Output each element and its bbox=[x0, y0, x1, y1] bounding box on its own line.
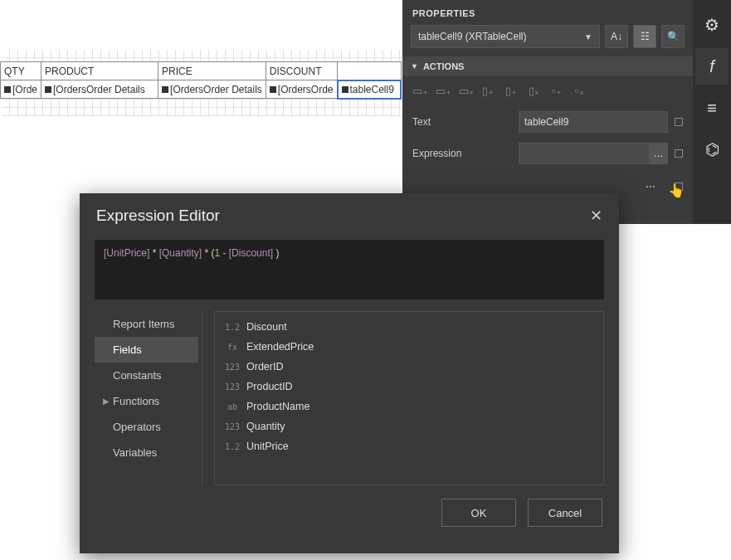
insert-col-right-icon[interactable]: ▯₊ bbox=[505, 85, 519, 98]
expressions-tab-icon[interactable]: f bbox=[695, 48, 729, 85]
cell-discount[interactable]: [OrdersOrde bbox=[266, 80, 337, 99]
cell-tablecell9-selected[interactable]: tableCell9 bbox=[338, 80, 402, 99]
field-item[interactable]: 123OrderID bbox=[215, 357, 603, 377]
fields-list: 1.2DiscountfxExtendedPrice123OrderID123P… bbox=[214, 311, 604, 485]
cancel-button[interactable]: Cancel bbox=[528, 499, 602, 527]
expression-marker[interactable] bbox=[675, 149, 683, 158]
expression-editor-dialog: Expression Editor ✕ [UnitPrice] * [Quant… bbox=[80, 193, 619, 553]
insert-cell-icon[interactable]: ▫₊ bbox=[552, 85, 565, 98]
text-marker[interactable] bbox=[675, 118, 683, 126]
field-item[interactable]: 1.2Discount bbox=[215, 317, 603, 337]
text-property-input[interactable]: tableCell9 bbox=[519, 111, 668, 133]
category-item[interactable]: Variables bbox=[95, 440, 198, 465]
insert-row-below-icon[interactable]: ▭₊ bbox=[436, 85, 449, 98]
delete-row-icon[interactable]: ▭ₓ bbox=[459, 85, 472, 98]
more-marker[interactable] bbox=[675, 183, 683, 191]
properties-panel: PROPERTIES tableCell9 (XRTableCell) ▼ A↓… bbox=[402, 0, 693, 224]
object-selector[interactable]: tableCell9 (XRTableCell) ▼ bbox=[411, 25, 600, 48]
expression-textarea[interactable]: [UnitPrice] * [Quantity] * (1 - [Discoun… bbox=[95, 240, 604, 299]
search-button[interactable]: 🔍 bbox=[661, 25, 685, 48]
chevron-down-icon: ▼ bbox=[584, 32, 592, 41]
header-price: PRICE bbox=[158, 62, 266, 80]
header-discount: DISCOUNT bbox=[266, 62, 337, 80]
category-item[interactable]: Operators bbox=[95, 414, 198, 440]
more-ellipsis-icon[interactable]: ⋯ bbox=[646, 181, 655, 192]
category-item[interactable]: Fields bbox=[95, 337, 198, 363]
database-icon[interactable]: ≡ bbox=[695, 90, 729, 126]
dialog-title: Expression Editor bbox=[96, 207, 220, 225]
report-explorer-icon[interactable]: ⌬ bbox=[695, 131, 729, 168]
properties-title: PROPERTIES bbox=[402, 0, 693, 25]
category-list: Report ItemsFieldsConstants▶FunctionsOpe… bbox=[95, 311, 202, 485]
delete-col-icon[interactable]: ▯ₓ bbox=[529, 85, 542, 98]
object-selector-text: tableCell9 (XRTableCell) bbox=[418, 31, 527, 42]
expression-ellipsis-button[interactable]: … bbox=[649, 144, 667, 163]
header-empty bbox=[338, 62, 402, 80]
ok-button[interactable]: OK bbox=[441, 499, 516, 527]
category-item[interactable]: ▶Functions bbox=[95, 388, 198, 414]
categorized-button[interactable]: ☷ bbox=[633, 25, 656, 48]
cell-product[interactable]: [OrdersOrder Details bbox=[41, 80, 158, 99]
category-item[interactable]: Constants bbox=[95, 363, 198, 388]
field-item[interactable]: abProductName bbox=[215, 397, 603, 416]
field-item[interactable]: fxExtendedPrice bbox=[215, 337, 603, 357]
field-item[interactable]: 123Quantity bbox=[215, 416, 603, 436]
close-icon[interactable]: ✕ bbox=[590, 207, 602, 225]
insert-row-above-icon[interactable]: ▭₊ bbox=[412, 85, 426, 98]
delete-cell-icon[interactable]: ▫ₓ bbox=[575, 85, 588, 98]
actions-section-header[interactable]: ▼ ACTIONS bbox=[402, 56, 693, 76]
field-item[interactable]: 1.2UnitPrice bbox=[215, 436, 603, 456]
expression-property-label: Expression bbox=[412, 148, 512, 159]
field-item[interactable]: 123ProductID bbox=[215, 377, 603, 397]
header-qty: QTY bbox=[1, 62, 41, 80]
table-data-row: [Orde [OrdersOrder Details [OrdersOrder … bbox=[1, 80, 402, 99]
sort-az-button[interactable]: A↓ bbox=[605, 25, 628, 48]
cell-qty[interactable]: [Orde bbox=[1, 80, 41, 99]
header-product: PRODUCT bbox=[41, 62, 158, 80]
text-property-label: Text bbox=[412, 116, 512, 128]
insert-col-left-icon[interactable]: ▯₊ bbox=[482, 85, 495, 98]
report-design-surface[interactable]: QTY PRODUCT PRICE DISCOUNT [Orde [Orders… bbox=[0, 61, 402, 100]
gear-icon[interactable]: ⚙ bbox=[695, 7, 729, 43]
cell-price[interactable]: [OrdersOrder Details bbox=[158, 80, 266, 99]
expression-property-input[interactable]: … bbox=[519, 143, 668, 164]
table-header-row: QTY PRODUCT PRICE DISCOUNT bbox=[1, 62, 402, 80]
side-tab-strip: ⚙ f ≡ ⌬ bbox=[693, 0, 731, 224]
category-item[interactable]: Report Items bbox=[95, 311, 198, 337]
collapse-icon: ▼ bbox=[411, 62, 418, 71]
actions-toolbar: ▭₊ ▭₊ ▭ₓ ▯₊ ▯₊ ▯ₓ ▫₊ ▫ₓ bbox=[402, 76, 693, 106]
